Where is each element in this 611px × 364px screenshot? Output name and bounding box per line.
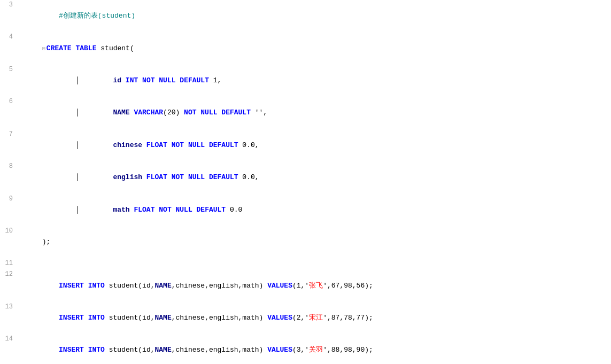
code-line-6: 6 │ NAME VARCHAR(20) NOT NULL DEFAULT ''… [0,97,611,129]
code-line-12: 12 INSERT INTO student(id,NAME,chinese,e… [0,269,611,301]
code-line-8: 8 │ english FLOAT NOT NULL DEFAULT 0.0, [0,161,611,193]
code-line-11: 11 [0,258,611,269]
code-line-7: 7 │ chinese FLOAT NOT NULL DEFAULT 0.0, [0,129,611,161]
code-line-10: 10 ); [0,226,611,258]
code-line-3: 3 #创建新的表(student) [0,0,611,32]
code-editor: 3 #创建新的表(student) 4 ⊟CREATE TABLE studen… [0,0,611,364]
code-line-14: 14 INSERT INTO student(id,NAME,chinese,e… [0,334,611,364]
code-line-13: 13 INSERT INTO student(id,NAME,chinese,e… [0,302,611,334]
code-line-4: 4 ⊟CREATE TABLE student( [0,32,611,64]
code-line-5: 5 │ id INT NOT NULL DEFAULT 1, [0,65,611,97]
code-line-9: 9 │ math FLOAT NOT NULL DEFAULT 0.0 [0,194,611,226]
fold-icon[interactable]: ⊟ [42,46,45,52]
